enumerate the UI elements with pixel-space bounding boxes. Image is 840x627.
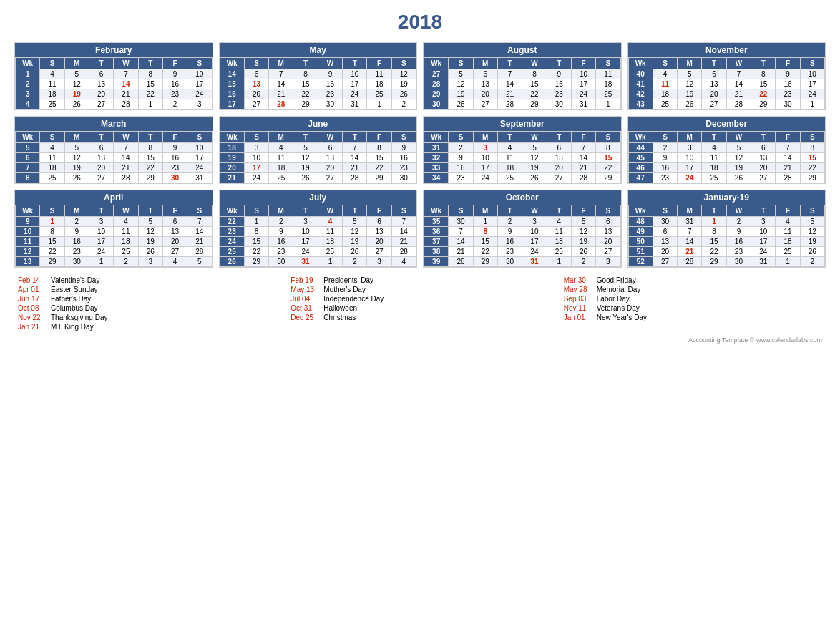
calendar-day: 20 (596, 237, 620, 247)
calendar-table: WkSMTWTFS5456789106111213141516177181920… (15, 131, 213, 183)
calendar-day: 6 (473, 69, 497, 79)
day-header: F (571, 58, 595, 69)
calendar-day: 11 (596, 69, 620, 79)
holidays-section: Feb 14Valentine's DayApr 01Easter Sunday… (14, 276, 826, 332)
calendar-day: 4 (114, 217, 138, 227)
calendar-day: 10 (800, 69, 824, 79)
calendar-day: 4 (40, 143, 64, 153)
week-number: 11 (16, 237, 40, 247)
day-header: M (269, 132, 293, 143)
calendar-day: 19 (391, 79, 416, 89)
week-number: 27 (424, 69, 449, 79)
calendar-day: 24 (522, 247, 547, 257)
holiday-row: May 13Mother's Day (290, 286, 549, 293)
calendar-day: 23 (497, 247, 522, 257)
calendar-day: 5 (187, 257, 212, 267)
calendar-day: 15 (367, 153, 391, 163)
calendar-day: 30 (269, 257, 293, 267)
month-header: September (424, 117, 621, 131)
calendar-row: 91234567 (16, 217, 213, 227)
calendar-day: 20 (162, 237, 187, 247)
holiday-column-0: Feb 14Valentine's DayApr 01Easter Sunday… (18, 276, 276, 332)
calendar-day: 21 (497, 89, 522, 99)
calendar-row: 3316171819202122 (424, 163, 621, 173)
week-number: 44 (628, 143, 653, 153)
wk-header: Wk (220, 58, 244, 69)
calendar-day: 1 (89, 257, 113, 267)
wk-header: Wk (220, 132, 244, 143)
week-number: 41 (628, 79, 653, 89)
day-header: F (571, 132, 595, 143)
calendar-day: 4 (162, 257, 187, 267)
calendar-day: 29 (751, 99, 776, 110)
calendar-day: 30 (449, 217, 473, 227)
day-header: M (269, 205, 293, 217)
day-header: S (244, 205, 268, 217)
holiday-row: Oct 08Columbus Day (18, 304, 276, 312)
week-number: 35 (424, 217, 449, 227)
day-header: S (449, 205, 473, 217)
week-number: 22 (220, 217, 244, 227)
calendar-day: 17 (89, 237, 113, 247)
calendar-day: 1 (547, 257, 571, 267)
calendar-day: 23 (64, 247, 89, 257)
month-block-february: FebruaryWkSMTWTFS14567891021112131415161… (14, 42, 213, 110)
calendar-day: 20 (473, 89, 497, 99)
calendar-day: 30 (726, 257, 751, 267)
holiday-row: Feb 14Valentine's Day (18, 276, 276, 284)
calendar-row: 5013141516171819 (628, 237, 825, 247)
day-header: T (138, 205, 162, 217)
calendar-day: 17 (751, 237, 776, 247)
holiday-name: Mother's Day (323, 286, 366, 293)
calendar-day: 22 (751, 89, 776, 99)
holiday-name: Thanksgiving Day (51, 314, 107, 321)
calendar-row: 2415161718192021 (220, 237, 416, 247)
calendar-day: 1 (702, 217, 726, 227)
calendar-row: 1222232425262728 (16, 247, 213, 257)
holiday-date: Nov 22 (18, 314, 47, 321)
calendar-day: 10 (751, 227, 776, 237)
calendar-day: 2 (800, 257, 824, 267)
day-header: F (367, 58, 391, 69)
calendar-day: 29 (702, 257, 726, 267)
calendar-day: 2 (571, 257, 595, 267)
calendar-day: 12 (800, 227, 824, 237)
wk-header: Wk (16, 132, 40, 143)
calendar-day: 4 (702, 143, 726, 153)
calendar-row: 183456789 (220, 143, 416, 153)
calendar-day: 22 (138, 163, 162, 173)
calendar-day: 13 (318, 153, 342, 163)
calendar-day: 18 (40, 89, 64, 99)
wk-header: Wk (16, 58, 40, 69)
week-number: 49 (628, 227, 653, 237)
calendar-day: 11 (776, 227, 800, 237)
calendar-day: 2 (391, 99, 416, 110)
calendar-row: 262930311234 (220, 257, 416, 267)
calendar-day: 3 (678, 143, 702, 153)
calendar-day: 3 (596, 257, 620, 267)
day-header: S (653, 58, 677, 69)
day-header: W (318, 58, 342, 69)
calendar-day: 15 (751, 79, 776, 89)
calendar-day: 25 (40, 99, 64, 110)
calendar-day: 31 (678, 217, 702, 227)
calendar-day: 26 (800, 247, 824, 257)
week-number: 39 (424, 257, 449, 267)
calendar-day: 10 (244, 153, 268, 163)
calendar-day: 5 (449, 69, 473, 79)
calendar-day: 8 (473, 227, 497, 237)
calendar-day: 6 (596, 217, 620, 227)
calendar-day: 19 (449, 89, 473, 99)
calendar-day: 19 (64, 89, 89, 99)
calendar-day: 3 (89, 217, 113, 227)
calendar-day: 13 (751, 153, 776, 163)
calendar-day: 11 (497, 153, 522, 163)
day-header: T (89, 58, 113, 69)
day-header: T (138, 58, 162, 69)
calendar-row: 425262728123 (16, 99, 213, 110)
day-header: T (89, 205, 113, 217)
calendar-row: 329101112131415 (424, 153, 621, 163)
calendar-day: 20 (653, 247, 677, 257)
calendar-day: 21 (343, 163, 367, 173)
calendar-day: 30 (162, 173, 187, 183)
